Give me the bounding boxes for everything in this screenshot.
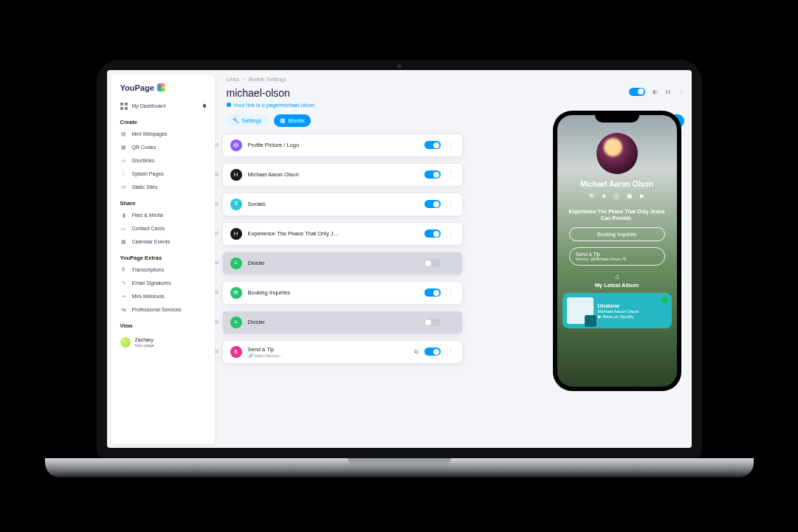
svg-rect-3 (125, 107, 128, 110)
main-panel: Links › Biolink Settings michael-olson Y… (215, 70, 692, 448)
twitter-icon[interactable]: ◈ (602, 193, 606, 201)
theme-icon[interactable]: ◐ (653, 89, 658, 95)
tab-label: Settings (242, 117, 262, 124)
block-label: Michael Aaron Olson (248, 171, 413, 178)
sidebar-item-splash-pages[interactable]: 𖦹Splash Pages (119, 167, 207, 181)
sidebar-item-pro-services[interactable]: 🛍Professional Services (119, 303, 207, 317)
block-toggle[interactable] (424, 229, 441, 238)
block-toggle[interactable] (424, 259, 441, 267)
block-row[interactable]: ✉Booking Inquiries⋮ (222, 281, 463, 305)
breadcrumb-links[interactable]: Links (227, 76, 240, 83)
sidebar-item-contact-cards[interactable]: ▭Contact Cards (119, 222, 207, 235)
drag-handle-icon[interactable]: ≡ (215, 171, 221, 178)
spotify-card[interactable]: Undone Michael Aaron Olson ▶ Save on Spo… (563, 293, 672, 328)
block-label: Socials (248, 201, 413, 207)
block-label: Send a Tip🔗 https://accou… (248, 346, 408, 358)
block-row[interactable]: $Send a Tip🔗 https://accou…⧉⋮ (222, 340, 463, 364)
preview-tagline: Experience The Peace That Only Jesus Can… (569, 208, 665, 221)
drag-handle-icon[interactable]: ≡ (215, 201, 221, 207)
sidebar-item-calendar[interactable]: ▦Calendar Events (119, 235, 207, 249)
block-more-icon[interactable]: ⋮ (447, 347, 455, 356)
drag-handle-icon[interactable]: ≡ (215, 142, 221, 148)
preview-tip-button[interactable]: Send a Tip Venmo: @Michael-Olson-75 (569, 247, 665, 266)
sidebar-item-qr-codes[interactable]: ▦QR Codes (119, 141, 207, 154)
block-toggle[interactable] (424, 170, 441, 179)
block-row[interactable]: HMichael Aaron Olson⋮ (222, 163, 463, 187)
sidebar-section-share: Share (120, 200, 207, 207)
sidebar-item-transcriptions[interactable]: 🎙Transcriptions (119, 263, 207, 277)
breadcrumb-settings[interactable]: Biolink Settings (249, 76, 286, 83)
sidebar-item-mini-webpages[interactable]: ▤Mini Webpages (119, 128, 207, 141)
drag-handle-icon[interactable]: ≡ (215, 260, 221, 266)
block-label: Booking Inquiries (248, 289, 413, 296)
sidebar-item-label: Professional Services (132, 307, 182, 312)
block-more-icon[interactable]: ⋮ (447, 140, 455, 150)
sidebar-item-static-sites[interactable]: ‹/›Static Sites (119, 181, 207, 194)
block-toggle[interactable] (424, 141, 441, 149)
sidebar-item-label: Mini Webpages (132, 131, 168, 137)
block-row[interactable]: HExperience The Peace That Only J…⋮ (222, 222, 463, 246)
facebook-icon[interactable]: ⓕ (613, 193, 619, 201)
sidebar-item-files-media[interactable]: ▮Files & Media (119, 209, 207, 222)
page-title: michael-olson (227, 87, 684, 99)
instagram-icon[interactable]: ▣ (627, 193, 633, 201)
youtube-icon[interactable]: ▶ (640, 193, 644, 201)
block-toggle[interactable] (424, 348, 441, 356)
drag-handle-icon[interactable]: ≡ (215, 319, 221, 325)
tool-icon: ✂ (120, 293, 128, 300)
sidebar-item-mini-webtools[interactable]: ✂Mini-Webtools (119, 290, 207, 303)
block-row[interactable]: ⠿Socials⋮ (222, 193, 463, 216)
page-icon: ▤ (120, 131, 128, 138)
block-more-icon[interactable]: ⋮ (447, 258, 455, 268)
svg-rect-2 (120, 107, 123, 110)
spotify-icon (661, 297, 668, 303)
sidebar-user[interactable]: Zachary hidu.page (119, 334, 207, 350)
sidebar-section-extras: YouPage Extras (120, 255, 207, 261)
brief-icon: 🛍 (120, 306, 128, 314)
block-row[interactable]: ≡Divider⋮ (222, 252, 463, 275)
spotify-artist: Michael Aaron Olson (598, 309, 639, 314)
block-row[interactable]: ◍Profile Picture / Logo⋮ (222, 134, 463, 157)
tab-blocks[interactable]: ▦ Blocks (274, 114, 311, 127)
block-type-icon: ✉ (230, 287, 242, 299)
block-more-icon[interactable]: ⋮ (447, 288, 455, 297)
bell-icon[interactable] (202, 103, 207, 109)
block-row[interactable]: ≡Divider⋮ (222, 311, 463, 334)
copy-icon[interactable]: ⧉ (414, 348, 419, 356)
sidebar-item-dashboard[interactable]: My Dashboard (119, 100, 168, 113)
public-link-row[interactable]: Your link is u.page/michael-olson (227, 102, 684, 108)
block-more-icon[interactable]: ⋮ (447, 229, 455, 238)
drag-handle-icon[interactable]: ≡ (215, 289, 221, 296)
laptop-deck (45, 458, 754, 477)
preview-tip-sub: Venmo: @Michael-Olson-75 (576, 257, 658, 261)
tab-label: Blocks (289, 117, 305, 124)
block-toggle[interactable] (424, 289, 441, 297)
block-type-icon: $ (230, 346, 242, 358)
brand-logo[interactable]: YouPage (120, 83, 207, 92)
block-more-icon[interactable]: ⋮ (447, 170, 455, 179)
stats-icon[interactable]: ⫿⫿ (665, 89, 671, 95)
block-more-icon[interactable]: ⋮ (447, 317, 455, 327)
mail-icon[interactable]: ✉ (589, 193, 594, 201)
block-toggle[interactable] (424, 318, 441, 326)
block-toggle[interactable] (424, 200, 441, 208)
sidebar-item-shortlinks[interactable]: ∞Shortlinks (119, 154, 207, 167)
album-art (567, 297, 594, 324)
page-active-toggle[interactable] (629, 88, 645, 96)
status-dot-icon (227, 103, 231, 107)
preview-booking-label: Booking Inquiries (597, 232, 637, 237)
more-icon[interactable]: ⋮ (678, 89, 684, 95)
block-type-icon: ⠿ (230, 198, 242, 210)
block-more-icon[interactable]: ⋮ (447, 199, 455, 209)
drop-icon: 𖦹 (120, 170, 128, 178)
tab-settings[interactable]: 🔧 Settings (227, 114, 268, 127)
wrench-icon: 🔧 (233, 117, 239, 124)
preview-booking-button[interactable]: Booking Inquiries (569, 227, 665, 241)
sidebar-item-email-sigs[interactable]: ✎Email Signatures (119, 277, 207, 290)
block-label: Experience The Peace That Only J… (248, 230, 413, 237)
drag-handle-icon[interactable]: ≡ (215, 230, 221, 237)
drag-handle-icon[interactable]: ≡ (215, 348, 221, 355)
block-meta: 🔗 https://accou… (248, 353, 408, 358)
sidebar-item-label: Transcriptions (132, 267, 165, 272)
mic-icon: 🎙 (120, 266, 128, 274)
